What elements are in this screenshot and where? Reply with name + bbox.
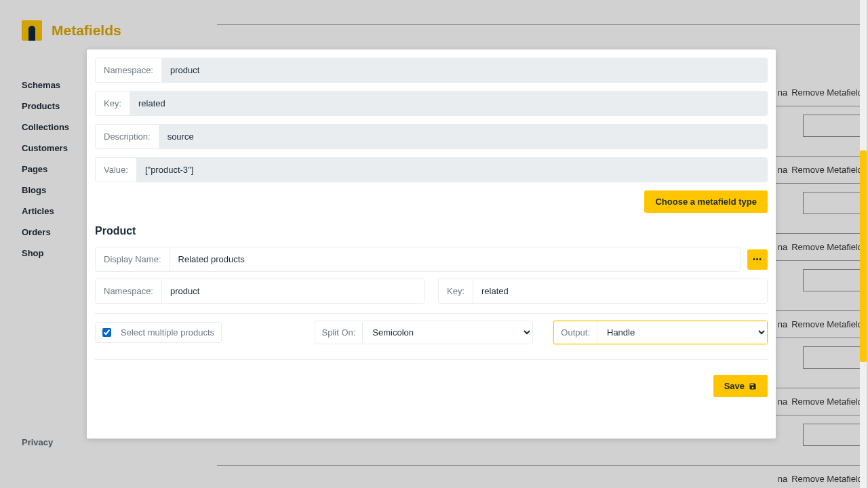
key2-input[interactable] xyxy=(473,279,767,303)
value-label: Value: xyxy=(96,158,137,182)
output-label: Output: xyxy=(554,322,597,343)
save-button[interactable]: Save xyxy=(713,375,768,397)
choose-type-button[interactable]: Choose a metafield type xyxy=(644,190,768,213)
key2-field: Key: xyxy=(438,279,768,304)
namespace-field: Namespace: xyxy=(95,58,768,83)
multi-products-checkbox[interactable] xyxy=(102,328,111,337)
multi-products-label: Select multiple products xyxy=(121,327,214,338)
namespace2-input[interactable] xyxy=(162,279,424,303)
multi-products-checkbox-wrap[interactable]: Select multiple products xyxy=(95,322,222,343)
description-field: Description: xyxy=(95,124,768,149)
display-name-input[interactable] xyxy=(170,247,740,271)
output-select[interactable]: Handle xyxy=(597,321,767,344)
scrollbar-thumb[interactable] xyxy=(860,150,867,362)
namespace2-label: Namespace: xyxy=(96,279,162,303)
section-title: Product xyxy=(95,225,768,237)
key-field: Key: xyxy=(95,91,768,116)
save-label: Save xyxy=(724,381,745,391)
split-on-group: Split On: Semicolon xyxy=(315,321,534,344)
display-name-field: Display Name: xyxy=(95,247,741,272)
value-input[interactable] xyxy=(137,158,767,182)
display-name-label: Display Name: xyxy=(96,247,170,271)
namespace-label: Namespace: xyxy=(96,58,162,82)
namespace-input[interactable] xyxy=(162,58,767,82)
split-on-select[interactable]: Semicolon xyxy=(363,321,532,344)
ellipsis-icon: ••• xyxy=(753,256,762,263)
description-label: Description: xyxy=(96,125,159,148)
key2-label: Key: xyxy=(439,279,473,303)
key-label: Key: xyxy=(96,92,130,115)
description-input[interactable] xyxy=(159,125,767,148)
value-field: Value: xyxy=(95,157,768,182)
split-on-label: Split On: xyxy=(315,322,363,343)
metafield-modal: Namespace: Key: Description: Value: Choo… xyxy=(87,49,776,439)
output-group: Output: Handle xyxy=(553,321,768,344)
key-input[interactable] xyxy=(130,92,767,115)
options-row: Select multiple products Split On: Semic… xyxy=(95,313,768,360)
save-icon xyxy=(749,382,757,390)
namespace2-field: Namespace: xyxy=(95,279,425,304)
more-options-button[interactable]: ••• xyxy=(747,249,768,270)
